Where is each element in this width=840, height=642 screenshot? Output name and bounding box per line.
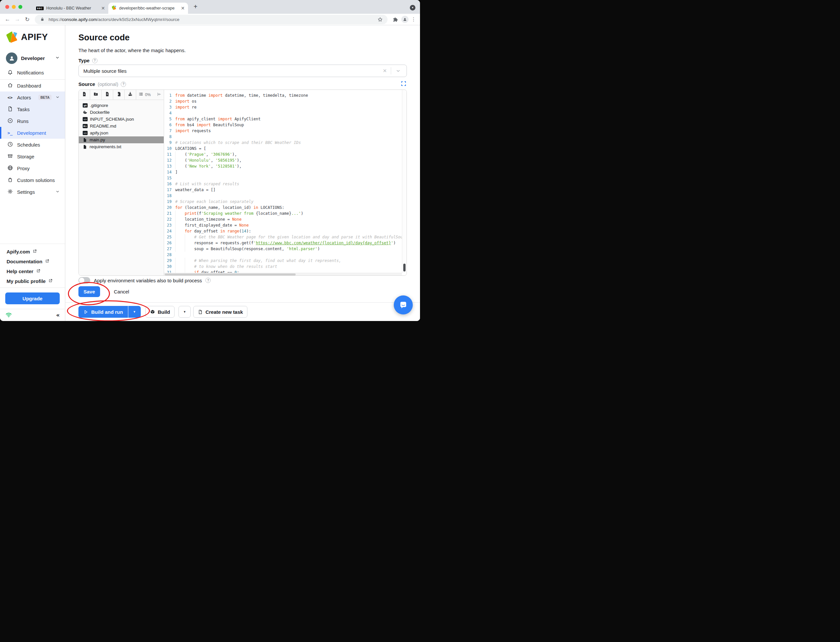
browser-menu-icon[interactable]: ⋮ [411, 16, 416, 22]
upgrade-button[interactable]: Upgrade [5, 292, 60, 304]
collapse-sidebar-icon[interactable]: « [56, 312, 60, 318]
scrollbar-thumb[interactable] [165, 274, 296, 276]
editor-horizontal-scrollbar[interactable] [164, 273, 402, 276]
window-minimize-button[interactable] [12, 5, 16, 9]
sidebar-link-documentation[interactable]: Documentation [0, 256, 65, 266]
browser-tab-bbc-weather[interactable]: BBC Honolulu - BBC Weather ✕ [33, 3, 108, 14]
clear-selection-icon[interactable]: ✕ [379, 68, 391, 74]
code-token-kw: import [218, 117, 232, 121]
code-line: 30# to know when do the results start [164, 264, 406, 269]
create-new-task-button[interactable]: Create new task [193, 306, 247, 318]
upload-file-icon [105, 91, 110, 98]
bbc-favicon-icon: BBC [36, 6, 44, 10]
sidebar-item-custom-solutions[interactable]: Custom solutions [0, 174, 65, 186]
sidebar-item-actors[interactable]: <>ActorsBETA [0, 91, 65, 103]
line-number: 18 [164, 193, 175, 199]
build-button[interactable]: Build [145, 306, 175, 318]
sidebar-item-label: Proxy [17, 165, 60, 171]
env-variables-toggle[interactable] [78, 277, 90, 284]
apify-logo[interactable]: APIFY [6, 31, 65, 43]
plainfile-file-icon [83, 138, 87, 142]
code-editor[interactable]: 1from datetime import datetime, time, ti… [164, 90, 406, 276]
code-token-txt: , [206, 152, 211, 157]
line-number: 9 [164, 140, 175, 146]
code-token-txt: ) [317, 246, 320, 251]
account-menu[interactable]: Developer [6, 52, 60, 64]
sidebar-item-development[interactable]: >_Development [0, 127, 65, 139]
sidebar-link-my-public-profile[interactable]: My public profile [0, 276, 65, 286]
browser-profile-avatar[interactable] [401, 16, 408, 23]
screenshot-root: BBC Honolulu - BBC Weather ✕ developer/b… [0, 0, 420, 321]
help-icon[interactable]: ? [205, 278, 211, 283]
scrollbar-thumb[interactable] [403, 264, 406, 271]
sidebar-item-storage[interactable]: Storage [0, 151, 65, 162]
sidebar-item-dashboard[interactable]: Dashboard [0, 79, 65, 91]
download-all-button[interactable] [125, 90, 136, 100]
forward-button[interactable]: → [14, 16, 21, 23]
code-token-str: ' [253, 241, 256, 245]
code-token-txt: , [211, 158, 215, 163]
code-token-txt: LOCATIONS: [258, 205, 284, 210]
new-folder-button[interactable] [90, 90, 102, 100]
code-token-txt: ), [237, 164, 242, 169]
tab-close-icon[interactable]: ✕ [181, 6, 185, 10]
cancel-button[interactable]: Cancel [112, 289, 131, 295]
file-main.py[interactable]: main.py [79, 136, 164, 143]
sidebar-item-settings[interactable]: Settings [0, 186, 65, 198]
line-number: 26 [164, 240, 175, 246]
sidebar-item-schedules[interactable]: Schedules [0, 139, 65, 151]
browser-tab-apify-console[interactable]: developer/bbc-weather-scrape ✕ [108, 3, 188, 14]
sidebar-link-help-center[interactable]: Help center [0, 266, 65, 276]
upload-file-button[interactable] [102, 90, 113, 100]
new-file-icon [82, 91, 87, 98]
build-dropdown-button[interactable]: ▼ [179, 306, 191, 318]
file-requirements.txt[interactable]: requirements.txt [79, 143, 164, 150]
import-file-button[interactable] [113, 90, 125, 100]
file-README.md[interactable]: M↓README.md [79, 123, 164, 130]
extensions-icon[interactable] [392, 17, 399, 22]
sidebar-item-runs[interactable]: Runs [0, 115, 65, 127]
build-and-run-button[interactable]: Build and run [78, 306, 128, 318]
tab-close-icon[interactable]: ✕ [101, 6, 105, 10]
indent-guide [185, 234, 194, 240]
address-bar[interactable]: https://console.apify.com/actors/dev/k5t… [35, 15, 388, 24]
new-tab-button[interactable]: + [193, 3, 198, 10]
file-INPUT_SCHEMA.json[interactable]: </>INPUT_SCHEMA.json [79, 116, 164, 123]
code-token-lnk: https://www.bbc.com/weather/{location_id… [256, 241, 391, 245]
window-zoom-button[interactable] [18, 5, 22, 9]
code-token-com: # When parsing the first day, find out w… [194, 258, 341, 263]
new-file-button[interactable] [79, 90, 90, 100]
window-close-button[interactable] [5, 5, 9, 9]
tab-search-icon[interactable]: ▼ [410, 5, 415, 10]
code-line: 29# When parsing the first day, find out… [164, 258, 406, 264]
support-chat-button[interactable] [394, 295, 413, 315]
indent-guide [175, 264, 185, 269]
editor-vertical-scrollbar[interactable] [402, 90, 406, 273]
fullscreen-icon[interactable] [401, 81, 406, 86]
line-number: 10 [164, 146, 175, 151]
code-token-txt: ApifyClient [232, 117, 260, 121]
file-apify.json[interactable]: </>apify.json [79, 130, 164, 136]
sidebar-link-apify-com[interactable]: Apify.com [0, 246, 65, 256]
type-select[interactable]: Multiple source files ✕ [78, 65, 407, 77]
zoom-control[interactable]: 0% [136, 90, 164, 100]
file-tree: git.gitignoreDockerfile</>INPUT_SCHEMA.j… [79, 100, 164, 150]
bookmark-star-icon[interactable] [376, 17, 383, 22]
sidebar-item-notifications[interactable]: Notifications [0, 66, 65, 78]
chevron-down-icon[interactable] [391, 68, 402, 73]
save-button[interactable]: Save [78, 286, 100, 297]
code-token-txt: ), [237, 158, 242, 163]
back-button[interactable]: ← [4, 16, 11, 23]
sidebar-footer: « [0, 309, 65, 321]
sidebar: APIFY Developer Notifications Dashboard<… [0, 25, 65, 321]
build-and-run-dropdown-button[interactable]: ▼ [128, 306, 141, 318]
sidebar-item-proxy[interactable]: Proxy [0, 162, 65, 174]
sidebar-item-tasks[interactable]: Tasks [0, 103, 65, 115]
help-icon[interactable]: ? [121, 82, 126, 87]
sidebar-link-label: My public profile [6, 278, 45, 284]
code-token-kw: import [175, 99, 189, 104]
file-.gitignore[interactable]: git.gitignore [79, 102, 164, 109]
reload-button[interactable]: ↻ [24, 16, 31, 23]
file-Dockerfile[interactable]: Dockerfile [79, 109, 164, 116]
help-icon[interactable]: ? [92, 58, 97, 63]
